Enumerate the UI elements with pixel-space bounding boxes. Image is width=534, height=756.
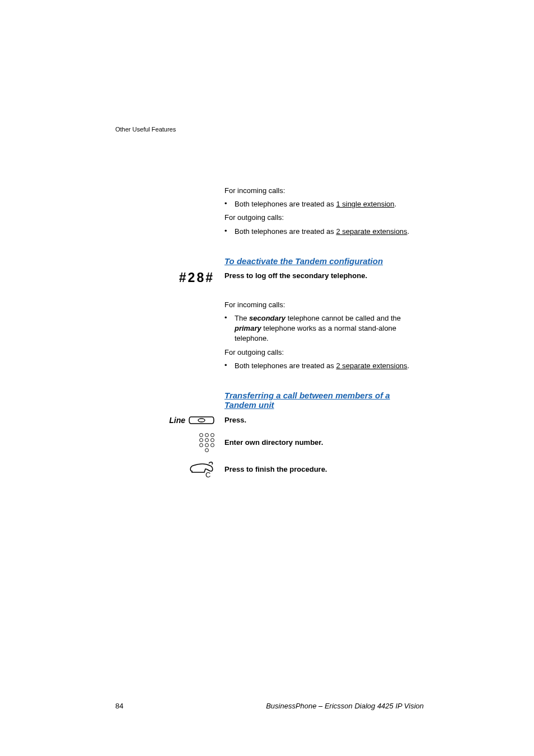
- outgoing-label-2: For outgoing calls:: [224, 348, 424, 358]
- section-deactivate-heading: To deactivate the Tandem configuration: [224, 256, 424, 266]
- bullet-1-text: Both telephones are treated as 1 single …: [235, 199, 424, 209]
- bullet-dot-icon: •: [224, 361, 235, 371]
- outgoing-label-1: For outgoing calls:: [224, 213, 424, 223]
- handset-right: Press to finish the procedure.: [224, 465, 424, 473]
- bullet-1: • Both telephones are treated as 1 singl…: [224, 199, 424, 209]
- bullet-dot-icon: •: [224, 313, 235, 344]
- incoming-label-1: For incoming calls:: [224, 186, 424, 196]
- keycode-right: Press to log off the secondary telephone…: [224, 271, 424, 280]
- page: Other Useful Features For incoming calls…: [0, 0, 534, 756]
- keypad-icon: [199, 433, 214, 452]
- step-line-row: Line Press.: [115, 415, 424, 425]
- handset-left: C: [115, 460, 224, 479]
- section-deactivate-heading-wrap: To deactivate the Tandem configuration: [224, 256, 424, 266]
- bullet-3-text: The secondary telephone cannot be called…: [235, 313, 424, 344]
- step-keycode-row: #28# Press to log off the secondary tele…: [115, 271, 424, 284]
- bullet-dot-icon: •: [224, 199, 235, 209]
- svg-point-0: [198, 419, 205, 422]
- line-key-label: Line: [169, 416, 185, 425]
- step-handset-row: C Press to finish the procedure.: [115, 460, 424, 479]
- doc-title-footer: BusinessPhone – Ericsson Dialog 4425 IP …: [266, 702, 424, 710]
- running-header: Other Useful Features: [115, 126, 424, 133]
- step-enter-text: Enter own directory number.: [224, 438, 424, 447]
- replace-handset-icon: C: [189, 460, 214, 479]
- clear-key-label: C: [205, 471, 210, 479]
- section-transfer-heading: Transferring a call between members of a…: [224, 391, 424, 410]
- bullet-2-text: Both telephones are treated as 2 separat…: [235, 227, 424, 237]
- bullet-4-text: Both telephones are treated as 2 separat…: [235, 361, 424, 371]
- keycode-left: #28#: [115, 271, 224, 284]
- bullet-2: • Both telephones are treated as 2 separ…: [224, 227, 424, 237]
- press-logoff-text: Press to log off the secondary telephone…: [224, 271, 424, 280]
- bullet-dot-icon: •: [224, 227, 235, 237]
- page-footer: 84 BusinessPhone – Ericsson Dialog 4425 …: [115, 702, 424, 710]
- dial-code: #28#: [179, 271, 214, 284]
- step-keypad-row: Enter own directory number.: [115, 433, 424, 452]
- bullet-3: • The secondary telephone cannot be call…: [224, 313, 424, 344]
- bullet-4: • Both telephones are treated as 2 separ…: [224, 361, 424, 371]
- incoming-label-2: For incoming calls:: [224, 300, 424, 310]
- keypad-left: [115, 433, 224, 452]
- step-press-text: Press.: [224, 416, 424, 424]
- step-finish-text: Press to finish the procedure.: [224, 465, 424, 473]
- line-key-icon: [189, 415, 214, 425]
- line-left: Line: [115, 415, 224, 425]
- page-number: 84: [115, 702, 123, 710]
- section-transfer-heading-wrap: Transferring a call between members of a…: [224, 391, 424, 410]
- keypad-right: Enter own directory number.: [224, 438, 424, 447]
- intro-block: For incoming calls: • Both telephones ar…: [224, 186, 424, 237]
- line-key-label-group: Line: [169, 415, 214, 425]
- deactivate-details: For incoming calls: • The secondary tele…: [224, 300, 424, 371]
- line-right: Press.: [224, 416, 424, 424]
